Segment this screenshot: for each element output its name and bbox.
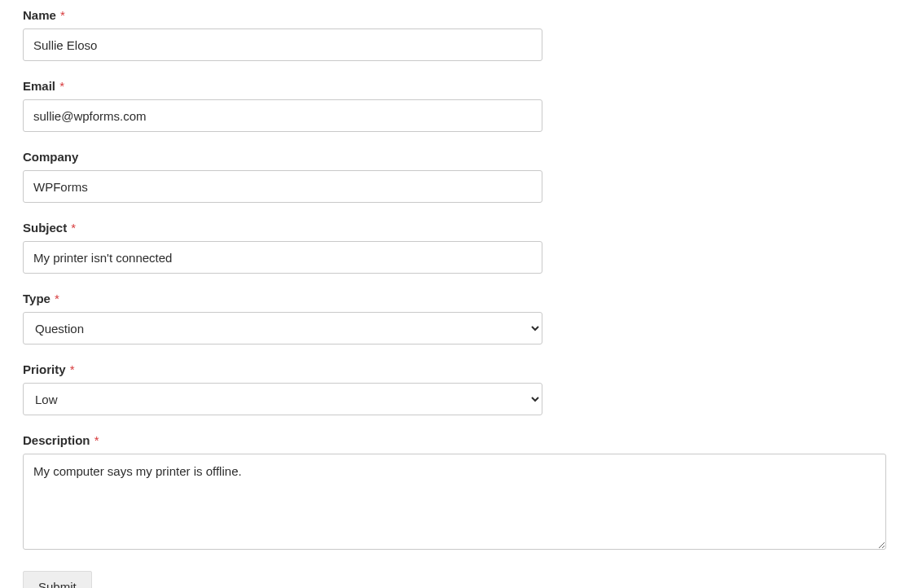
required-icon: * <box>94 433 99 447</box>
description-group: Description * <box>23 433 886 553</box>
company-label: Company <box>23 150 886 164</box>
email-input[interactable] <box>23 99 542 132</box>
required-icon: * <box>70 362 75 376</box>
required-icon: * <box>59 79 64 93</box>
subject-label-text: Subject <box>23 221 67 235</box>
type-group: Type * Question <box>23 292 886 344</box>
description-textarea[interactable] <box>23 454 886 550</box>
email-group: Email * <box>23 79 886 132</box>
email-label: Email * <box>23 79 886 93</box>
email-label-text: Email <box>23 79 55 93</box>
priority-group: Priority * Low <box>23 362 886 415</box>
company-input[interactable] <box>23 170 542 203</box>
type-select[interactable]: Question <box>23 312 542 344</box>
support-form: Name * Email * Company Subject * Type * … <box>23 8 886 588</box>
submit-button[interactable]: Submit <box>23 571 92 588</box>
priority-label: Priority * <box>23 362 886 376</box>
company-label-text: Company <box>23 150 78 164</box>
name-input[interactable] <box>23 29 542 61</box>
company-group: Company <box>23 150 886 203</box>
description-label: Description * <box>23 433 886 447</box>
subject-input[interactable] <box>23 241 542 274</box>
priority-select[interactable]: Low <box>23 383 542 415</box>
name-label: Name * <box>23 8 886 22</box>
priority-label-text: Priority <box>23 362 66 376</box>
type-label-text: Type <box>23 292 50 305</box>
required-icon: * <box>60 8 65 22</box>
subject-label: Subject * <box>23 221 886 235</box>
required-icon: * <box>71 221 76 235</box>
subject-group: Subject * <box>23 221 886 274</box>
name-label-text: Name <box>23 8 56 22</box>
required-icon: * <box>55 292 59 305</box>
type-label: Type * <box>23 292 886 305</box>
description-label-text: Description <box>23 433 90 447</box>
name-group: Name * <box>23 8 886 61</box>
